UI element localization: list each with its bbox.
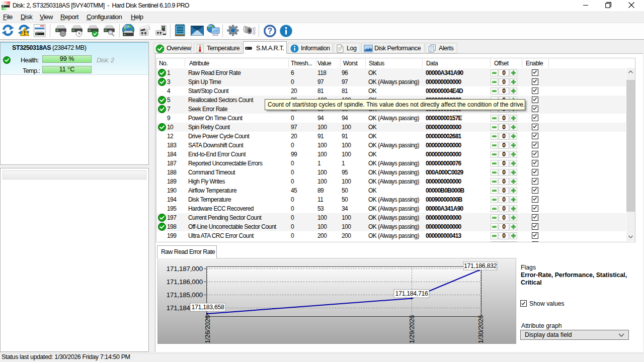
svg-text:171,184,716: 171,184,716 bbox=[395, 290, 428, 297]
svg-text:171,187,000: 171,187,000 bbox=[167, 265, 203, 273]
svg-text:171,186,000: 171,186,000 bbox=[167, 278, 203, 286]
svg-text:1/30/2026: 1/30/2026 bbox=[477, 315, 485, 343]
svg-text:171,186,832: 171,186,832 bbox=[464, 262, 497, 269]
svg-text:171,183,658: 171,183,658 bbox=[191, 304, 224, 311]
svg-text:?: ? bbox=[268, 27, 273, 35]
svg-text:1/29/2026: 1/29/2026 bbox=[408, 315, 416, 343]
svg-text:171,185,000: 171,185,000 bbox=[167, 291, 203, 299]
svg-text:1/26/2026: 1/26/2026 bbox=[204, 315, 211, 343]
